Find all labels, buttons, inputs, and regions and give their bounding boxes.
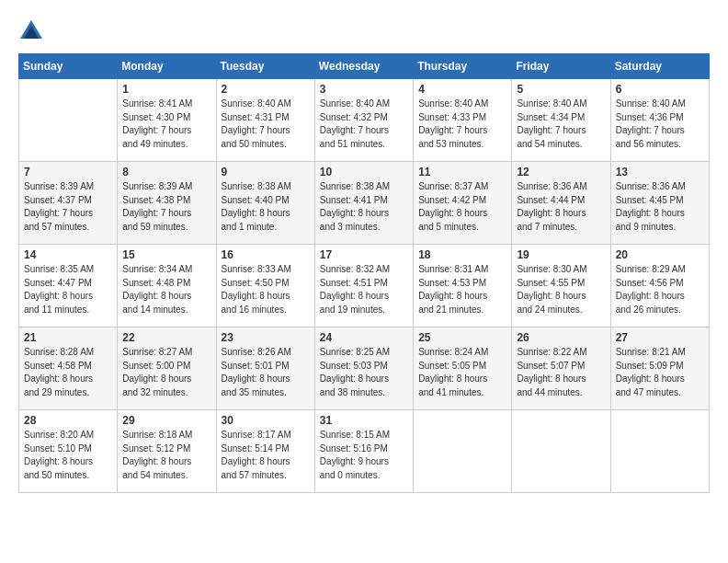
calendar-cell: 23Sunrise: 8:26 AM Sunset: 5:01 PM Dayli…	[216, 327, 314, 410]
day-number: 6	[616, 83, 704, 96]
cell-content: Sunrise: 8:40 AM Sunset: 4:32 PM Dayligh…	[320, 98, 408, 151]
day-number: 21	[24, 331, 112, 344]
day-number: 25	[418, 331, 506, 344]
logo-inner	[18, 18, 48, 44]
calendar-cell: 5Sunrise: 8:40 AM Sunset: 4:34 PM Daylig…	[512, 79, 610, 162]
day-number: 20	[616, 248, 704, 261]
calendar-cell	[19, 79, 118, 162]
calendar-cell: 26Sunrise: 8:22 AM Sunset: 5:07 PM Dayli…	[512, 327, 610, 410]
calendar-cell: 25Sunrise: 8:24 AM Sunset: 5:05 PM Dayli…	[414, 327, 512, 410]
weekday-header: Wednesday	[314, 54, 413, 79]
calendar-cell: 11Sunrise: 8:37 AM Sunset: 4:42 PM Dayli…	[414, 162, 512, 245]
cell-content: Sunrise: 8:26 AM Sunset: 5:01 PM Dayligh…	[222, 346, 310, 399]
day-number: 17	[320, 248, 408, 261]
calendar-cell: 8Sunrise: 8:39 AM Sunset: 4:38 PM Daylig…	[118, 162, 216, 245]
day-number: 31	[320, 414, 408, 427]
day-number: 30	[222, 414, 310, 427]
calendar-cell: 20Sunrise: 8:29 AM Sunset: 4:56 PM Dayli…	[610, 245, 709, 327]
day-number: 26	[517, 331, 605, 344]
calendar-cell: 22Sunrise: 8:27 AM Sunset: 5:00 PM Dayli…	[118, 327, 216, 410]
calendar-cell: 3Sunrise: 8:40 AM Sunset: 4:32 PM Daylig…	[314, 79, 413, 162]
cell-content: Sunrise: 8:27 AM Sunset: 5:00 PM Dayligh…	[122, 346, 210, 399]
calendar-table: SundayMondayTuesdayWednesdayThursdayFrid…	[18, 53, 710, 493]
cell-content: Sunrise: 8:30 AM Sunset: 4:55 PM Dayligh…	[517, 263, 605, 316]
day-number: 10	[320, 166, 408, 178]
calendar-cell: 1Sunrise: 8:41 AM Sunset: 4:30 PM Daylig…	[118, 79, 216, 162]
calendar-cell: 13Sunrise: 8:36 AM Sunset: 4:45 PM Dayli…	[610, 162, 709, 245]
calendar-cell: 6Sunrise: 8:40 AM Sunset: 4:36 PM Daylig…	[610, 79, 709, 162]
calendar-week-row: 7Sunrise: 8:39 AM Sunset: 4:37 PM Daylig…	[19, 162, 710, 245]
calendar-cell: 7Sunrise: 8:39 AM Sunset: 4:37 PM Daylig…	[19, 162, 118, 245]
cell-content: Sunrise: 8:38 AM Sunset: 4:41 PM Dayligh…	[320, 180, 408, 234]
logo	[18, 18, 48, 44]
calendar-cell: 16Sunrise: 8:33 AM Sunset: 4:50 PM Dayli…	[216, 245, 314, 327]
calendar-cell	[414, 410, 512, 493]
day-number: 2	[222, 83, 310, 96]
calendar-cell: 15Sunrise: 8:34 AM Sunset: 4:48 PM Dayli…	[118, 245, 216, 327]
weekday-header: Friday	[512, 54, 610, 79]
day-number: 1	[122, 83, 210, 96]
cell-content: Sunrise: 8:32 AM Sunset: 4:51 PM Dayligh…	[320, 263, 408, 316]
cell-content: Sunrise: 8:38 AM Sunset: 4:40 PM Dayligh…	[222, 180, 310, 234]
cell-content: Sunrise: 8:37 AM Sunset: 4:42 PM Dayligh…	[418, 180, 506, 234]
cell-content: Sunrise: 8:36 AM Sunset: 4:45 PM Dayligh…	[616, 180, 704, 234]
cell-content: Sunrise: 8:28 AM Sunset: 4:58 PM Dayligh…	[24, 346, 112, 399]
cell-content: Sunrise: 8:40 AM Sunset: 4:31 PM Dayligh…	[222, 98, 310, 151]
cell-content: Sunrise: 8:21 AM Sunset: 5:09 PM Dayligh…	[616, 346, 704, 399]
calendar-cell	[610, 410, 709, 493]
day-number: 22	[122, 331, 210, 344]
calendar-cell: 18Sunrise: 8:31 AM Sunset: 4:53 PM Dayli…	[414, 245, 512, 327]
day-number: 24	[320, 331, 408, 344]
calendar-cell: 9Sunrise: 8:38 AM Sunset: 4:40 PM Daylig…	[216, 162, 314, 245]
cell-content: Sunrise: 8:15 AM Sunset: 5:16 PM Dayligh…	[320, 429, 408, 482]
day-number: 4	[418, 83, 506, 96]
day-number: 12	[517, 166, 605, 178]
calendar-cell: 29Sunrise: 8:18 AM Sunset: 5:12 PM Dayli…	[118, 410, 216, 493]
cell-content: Sunrise: 8:39 AM Sunset: 4:37 PM Dayligh…	[24, 180, 112, 234]
calendar-cell: 24Sunrise: 8:25 AM Sunset: 5:03 PM Dayli…	[314, 327, 413, 410]
weekday-header: Tuesday	[216, 54, 314, 79]
weekday-header: Saturday	[610, 54, 709, 79]
calendar-cell: 2Sunrise: 8:40 AM Sunset: 4:31 PM Daylig…	[216, 79, 314, 162]
day-number: 28	[24, 414, 112, 427]
cell-content: Sunrise: 8:36 AM Sunset: 4:44 PM Dayligh…	[517, 180, 605, 234]
weekday-header: Monday	[118, 54, 216, 79]
cell-content: Sunrise: 8:24 AM Sunset: 5:05 PM Dayligh…	[418, 346, 506, 399]
day-number: 27	[616, 331, 704, 344]
weekday-header: Sunday	[19, 54, 118, 79]
calendar-cell: 19Sunrise: 8:30 AM Sunset: 4:55 PM Dayli…	[512, 245, 610, 327]
day-number: 11	[418, 166, 506, 178]
day-number: 29	[122, 414, 210, 427]
calendar-cell: 27Sunrise: 8:21 AM Sunset: 5:09 PM Dayli…	[610, 327, 709, 410]
cell-content: Sunrise: 8:35 AM Sunset: 4:47 PM Dayligh…	[24, 263, 112, 316]
day-number: 13	[616, 166, 704, 178]
day-number: 23	[222, 331, 310, 344]
calendar-cell	[512, 410, 610, 493]
cell-content: Sunrise: 8:33 AM Sunset: 4:50 PM Dayligh…	[222, 263, 310, 316]
calendar-cell: 17Sunrise: 8:32 AM Sunset: 4:51 PM Dayli…	[314, 245, 413, 327]
cell-content: Sunrise: 8:25 AM Sunset: 5:03 PM Dayligh…	[320, 346, 408, 399]
cell-content: Sunrise: 8:22 AM Sunset: 5:07 PM Dayligh…	[517, 346, 605, 399]
cell-content: Sunrise: 8:31 AM Sunset: 4:53 PM Dayligh…	[418, 263, 506, 316]
cell-content: Sunrise: 8:40 AM Sunset: 4:36 PM Dayligh…	[616, 98, 704, 151]
day-number: 5	[517, 83, 605, 96]
cell-content: Sunrise: 8:40 AM Sunset: 4:34 PM Dayligh…	[517, 98, 605, 151]
header	[18, 18, 710, 44]
calendar-cell: 31Sunrise: 8:15 AM Sunset: 5:16 PM Dayli…	[314, 410, 413, 493]
calendar-cell: 21Sunrise: 8:28 AM Sunset: 4:58 PM Dayli…	[19, 327, 118, 410]
day-number: 7	[24, 166, 112, 178]
calendar-cell: 14Sunrise: 8:35 AM Sunset: 4:47 PM Dayli…	[19, 245, 118, 327]
calendar-week-row: 21Sunrise: 8:28 AM Sunset: 4:58 PM Dayli…	[19, 327, 710, 410]
day-number: 3	[320, 83, 408, 96]
cell-content: Sunrise: 8:18 AM Sunset: 5:12 PM Dayligh…	[122, 429, 210, 482]
calendar-week-row: 1Sunrise: 8:41 AM Sunset: 4:30 PM Daylig…	[19, 79, 710, 162]
page: SundayMondayTuesdayWednesdayThursdayFrid…	[0, 0, 728, 511]
header-row: SundayMondayTuesdayWednesdayThursdayFrid…	[19, 54, 710, 79]
cell-content: Sunrise: 8:29 AM Sunset: 4:56 PM Dayligh…	[616, 263, 704, 316]
logo-icon	[18, 18, 44, 44]
cell-content: Sunrise: 8:40 AM Sunset: 4:33 PM Dayligh…	[418, 98, 506, 151]
cell-content: Sunrise: 8:41 AM Sunset: 4:30 PM Dayligh…	[122, 98, 210, 151]
cell-content: Sunrise: 8:39 AM Sunset: 4:38 PM Dayligh…	[122, 180, 210, 234]
day-number: 15	[122, 248, 210, 261]
calendar-week-row: 14Sunrise: 8:35 AM Sunset: 4:47 PM Dayli…	[19, 245, 710, 327]
